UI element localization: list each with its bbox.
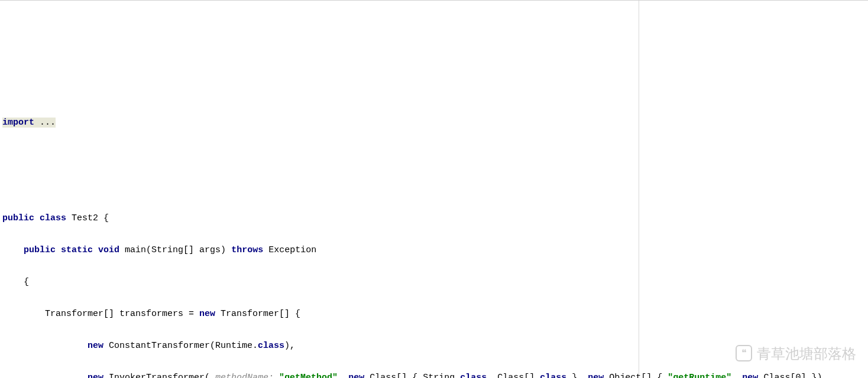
code-line xyxy=(2,146,868,162)
code-editor[interactable]: import ... public class Test2 { public s… xyxy=(0,96,868,378)
wechat-icon: ❝ xyxy=(736,345,752,361)
code-line: public static void main(String[] args) t… xyxy=(2,242,868,258)
watermark-text: 青草池塘部落格 xyxy=(757,341,856,366)
code-line: Transformer[] transformers = new Transfo… xyxy=(2,306,868,322)
code-line: { xyxy=(2,274,868,290)
code-line: import ... xyxy=(2,115,868,131)
code-line xyxy=(2,178,868,194)
code-line: new InvokerTransformer( methodName: "get… xyxy=(2,370,868,378)
code-line: public class Test2 { xyxy=(2,210,868,226)
watermark: ❝ 青草池塘部落格 xyxy=(736,341,856,366)
